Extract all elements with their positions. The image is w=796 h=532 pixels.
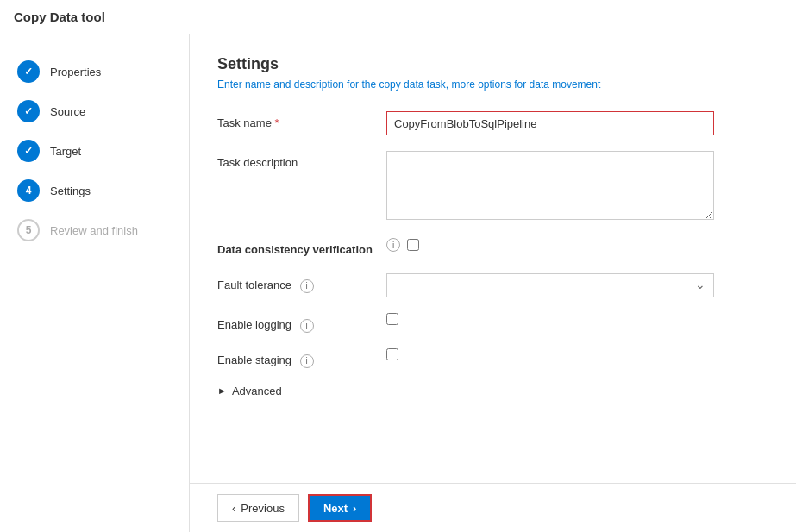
step-circle-source: ✓ — [17, 100, 40, 122]
step-check-properties: ✓ — [24, 66, 33, 78]
advanced-chevron-icon: ► — [217, 385, 227, 396]
step-circle-target: ✓ — [17, 140, 40, 162]
task-description-row: Task description — [217, 151, 768, 222]
step-circle-properties: ✓ — [17, 60, 40, 83]
fault-tolerance-label: Fault tolerance i — [217, 273, 373, 293]
sidebar-item-properties[interactable]: ✓ Properties — [0, 52, 189, 91]
enable-staging-label: Enable staging i — [217, 348, 373, 368]
task-name-label: Task name * — [217, 111, 373, 131]
sidebar-item-label-settings: Settings — [50, 185, 91, 197]
fault-tolerance-row: Fault tolerance i — [217, 273, 768, 297]
next-icon: › — [353, 502, 356, 515]
step-number-settings: 4 — [26, 185, 32, 197]
task-name-row: Task name * — [217, 111, 768, 135]
enable-staging-info-icon[interactable]: i — [300, 354, 314, 368]
task-name-input[interactable] — [386, 111, 714, 135]
enable-logging-row: Enable logging i — [217, 313, 768, 333]
required-marker: * — [275, 116, 279, 129]
fault-tolerance-info-icon[interactable]: i — [300, 279, 314, 293]
advanced-row[interactable]: ► Advanced — [217, 385, 768, 397]
task-description-input[interactable] — [386, 151, 714, 220]
data-consistency-checkbox-row: i — [386, 238, 768, 252]
content-footer: ‹ Previous Next › — [190, 483, 796, 532]
app-title: Copy Data tool — [14, 9, 105, 24]
previous-button[interactable]: ‹ Previous — [217, 494, 299, 522]
task-description-label: Task description — [217, 151, 373, 171]
fault-tolerance-select[interactable] — [386, 273, 714, 297]
next-label: Next — [323, 502, 348, 515]
step-number-review: 5 — [26, 224, 32, 236]
data-consistency-checkbox[interactable] — [407, 239, 419, 251]
step-check-target: ✓ — [24, 145, 33, 157]
sidebar-item-target[interactable]: ✓ Target — [0, 131, 189, 171]
enable-logging-control — [386, 313, 768, 328]
sidebar-item-label-properties: Properties — [50, 66, 101, 78]
previous-icon: ‹ — [232, 502, 235, 515]
enable-logging-label: Enable logging i — [217, 313, 373, 333]
previous-label: Previous — [241, 502, 285, 515]
enable-staging-checkbox[interactable] — [386, 348, 398, 360]
next-button[interactable]: Next › — [308, 494, 373, 522]
step-check-source: ✓ — [24, 105, 33, 117]
enable-logging-info-icon[interactable]: i — [300, 319, 314, 333]
data-consistency-label: Data consistency verification — [217, 238, 373, 258]
step-circle-review: 5 — [17, 219, 40, 241]
section-subtitle: Enter name and description for the copy … — [217, 78, 768, 91]
sidebar-item-settings[interactable]: 4 Settings — [0, 171, 189, 210]
fault-tolerance-select-wrapper — [386, 273, 714, 297]
task-description-control — [386, 151, 768, 222]
data-consistency-info-icon[interactable]: i — [386, 238, 400, 252]
content-area: Settings Enter name and description for … — [190, 34, 796, 532]
app-header: Copy Data tool — [0, 0, 796, 34]
sidebar-item-review[interactable]: 5 Review and finish — [0, 210, 189, 250]
sidebar-item-label-target: Target — [50, 145, 81, 158]
sidebar-item-source[interactable]: ✓ Source — [0, 91, 189, 131]
enable-staging-row: Enable staging i — [217, 348, 768, 368]
enable-staging-control — [386, 348, 768, 363]
content-main: Settings Enter name and description for … — [190, 34, 796, 483]
data-consistency-control: i — [386, 238, 768, 252]
main-container: ✓ Properties ✓ Source ✓ Target 4 Setting… — [0, 34, 796, 532]
section-title: Settings — [217, 55, 768, 73]
advanced-label: Advanced — [232, 385, 282, 397]
step-circle-settings: 4 — [17, 179, 40, 202]
sidebar-item-label-source: Source — [50, 105, 85, 118]
data-consistency-row: Data consistency verification i — [217, 238, 768, 258]
task-name-control — [386, 111, 768, 135]
sidebar: ✓ Properties ✓ Source ✓ Target 4 Setting… — [0, 34, 190, 532]
enable-logging-checkbox[interactable] — [386, 313, 398, 325]
sidebar-item-label-review: Review and finish — [50, 224, 138, 237]
fault-tolerance-control — [386, 273, 768, 297]
